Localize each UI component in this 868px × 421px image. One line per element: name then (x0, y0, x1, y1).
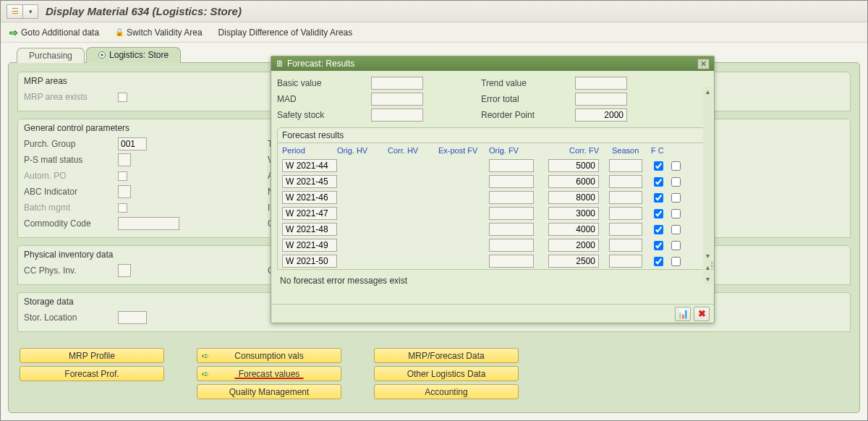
checkbox-c[interactable] (671, 161, 681, 171)
input-purch-group[interactable] (118, 137, 147, 150)
cell-orig-fv[interactable] (489, 255, 534, 268)
other-logistics-button[interactable]: Other Logistics Data (374, 366, 519, 381)
col-orig-hv[interactable]: Orig. HV (337, 146, 388, 155)
input-reorder-point[interactable] (575, 109, 627, 122)
checkbox-c[interactable] (671, 241, 681, 250)
cell-season[interactable] (609, 159, 642, 172)
consumption-vals-button[interactable]: ➪Consumption vals (197, 348, 341, 363)
cell-season[interactable] (609, 207, 642, 220)
scroll-down-icon[interactable]: ▾ (703, 274, 712, 284)
cell-corr-fv[interactable] (548, 191, 599, 204)
cell-period[interactable] (282, 175, 337, 188)
checkbox-c[interactable] (671, 257, 681, 266)
scroll-bar[interactable]: ▴ ▾ ▴ ▾ (703, 87, 712, 284)
quality-mgmt-button[interactable]: Quality Management (197, 384, 341, 399)
checkbox-f[interactable] (654, 177, 663, 187)
tab-logistics-store[interactable]: Logistics: Store (86, 47, 181, 63)
cell-orig-fv[interactable] (489, 191, 534, 204)
forecast-prof-button[interactable]: Forecast Prof. (20, 366, 164, 381)
cell-orig-fv[interactable] (489, 223, 534, 236)
input-basic-value[interactable] (371, 77, 423, 90)
forecast-table: Period Orig. HV Corr. HV Ex-post FV Orig… (278, 143, 707, 269)
cell-season[interactable] (609, 255, 642, 268)
close-button[interactable]: ✕ (697, 59, 710, 69)
forecast-values-button[interactable]: ➪Forecast values (197, 366, 341, 381)
checkbox-autom-po[interactable] (118, 171, 127, 181)
checkbox-f[interactable] (654, 241, 663, 250)
checkbox-mrp-exists[interactable] (118, 93, 127, 102)
radio-icon (98, 51, 106, 59)
switch-validity-button[interactable]: 🔓 Switch Validity Area (115, 27, 203, 38)
table-header: Period Orig. HV Corr. HV Ex-post FV Orig… (278, 143, 707, 158)
display-difference-button[interactable]: Display Difference of Validity Areas (218, 27, 353, 38)
scroll-down-icon[interactable]: ▾ (703, 251, 712, 260)
cell-corr-fv[interactable] (548, 239, 599, 252)
menu-icon[interactable]: ☰ (7, 4, 22, 19)
col-fc[interactable]: F C (647, 146, 676, 155)
col-ex-post-fv[interactable]: Ex-post FV (438, 146, 489, 155)
cell-period[interactable] (282, 207, 337, 220)
cell-corr-fv[interactable] (548, 223, 599, 236)
input-abc[interactable] (118, 185, 131, 198)
cancel-button[interactable]: ✖ (694, 307, 710, 321)
checkbox-c[interactable] (671, 193, 681, 203)
mrp-forecast-data-button[interactable]: MRP/Forecast Data (374, 348, 519, 363)
input-mad[interactable] (371, 93, 423, 106)
cell-period[interactable] (282, 223, 337, 236)
checkbox-c[interactable] (671, 177, 681, 187)
checkbox-c[interactable] (671, 225, 681, 234)
tab-purchasing[interactable]: Purchasing (17, 48, 85, 63)
cell-corr-fv[interactable] (548, 175, 599, 188)
cell-season[interactable] (609, 239, 642, 252)
label-batch: Batch mgmt (24, 203, 118, 213)
popup-footer: 📊 ✖ (271, 304, 714, 323)
label-mad: MAD (277, 94, 371, 104)
checkbox-batch[interactable] (118, 203, 127, 213)
cell-period[interactable] (282, 159, 337, 172)
checkbox-f[interactable] (654, 193, 663, 203)
col-corr-hv[interactable]: Corr. HV (388, 146, 438, 155)
cell-corr-fv[interactable] (548, 207, 599, 220)
cell-period[interactable] (282, 191, 337, 204)
cell-season[interactable] (609, 191, 642, 204)
resize-handle-icon[interactable]: ⠿⠿ (710, 263, 714, 270)
col-orig-fv[interactable]: Orig. FV (489, 146, 541, 155)
table-body (278, 158, 707, 269)
input-safety-stock[interactable] (371, 109, 423, 122)
input-ps-status[interactable] (118, 153, 131, 166)
goto-additional-data-button[interactable]: ⇨ Goto Additional data (9, 27, 99, 38)
input-trend-value[interactable] (575, 77, 627, 90)
accounting-button[interactable]: Accounting (374, 384, 519, 399)
table-row (278, 221, 707, 237)
chart-button[interactable]: 📊 (675, 307, 691, 321)
cell-corr-fv[interactable] (548, 159, 599, 172)
cell-orig-fv[interactable] (489, 207, 534, 220)
cell-corr-fv[interactable] (548, 255, 599, 268)
checkbox-f[interactable] (654, 209, 663, 218)
input-cc-phys[interactable] (118, 264, 131, 277)
checkbox-c[interactable] (671, 209, 681, 218)
checkbox-f[interactable] (654, 257, 663, 266)
input-stor-loc[interactable] (118, 311, 147, 324)
scroll-up-icon[interactable]: ▴ (703, 87, 712, 96)
col-season[interactable]: Season (599, 146, 647, 155)
cell-season[interactable] (609, 223, 642, 236)
cell-period[interactable] (282, 255, 337, 268)
col-period[interactable]: Period (278, 146, 337, 155)
label-autom-po: Autom. PO (24, 171, 118, 181)
cell-season[interactable] (609, 175, 642, 188)
popup-title: Forecast: Results (287, 59, 354, 69)
dropdown-icon[interactable]: ▾ (22, 4, 38, 19)
table-row (278, 237, 707, 253)
cell-orig-fv[interactable] (489, 175, 534, 188)
mrp-profile-button[interactable]: MRP Profile (20, 348, 164, 363)
input-error-total[interactable] (575, 93, 627, 106)
checkbox-f[interactable] (654, 161, 663, 171)
checkbox-f[interactable] (654, 225, 663, 234)
cell-period[interactable] (282, 239, 337, 252)
switch-label: Switch Validity Area (127, 27, 203, 38)
col-corr-fv[interactable]: Corr. FV (541, 146, 599, 155)
input-commodity[interactable] (118, 217, 179, 230)
cell-orig-fv[interactable] (489, 239, 534, 252)
cell-orig-fv[interactable] (489, 159, 534, 172)
